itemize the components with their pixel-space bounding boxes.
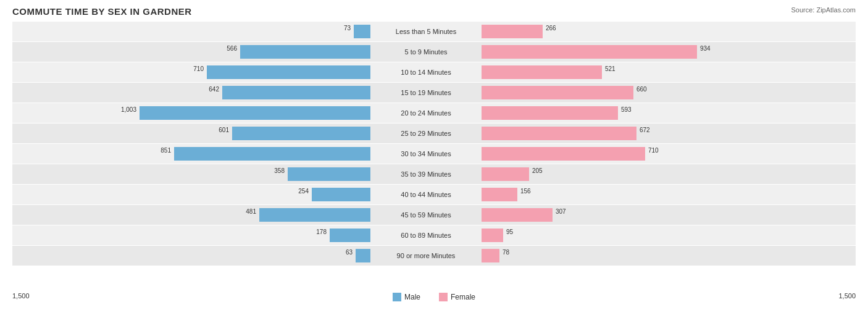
bar-male: 63 <box>356 249 370 262</box>
bar-female: 78 <box>482 249 499 262</box>
bar-row: 851 30 to 34 Minutes 710 <box>12 144 856 164</box>
bar-male: 254 <box>312 188 370 201</box>
bottom-area: 1,500 Male Female 1,500 <box>12 290 856 301</box>
male-value: 73 <box>344 25 351 31</box>
row-label: 25 to 29 Minutes <box>370 130 482 137</box>
left-section: 254 <box>12 185 370 204</box>
bar-female: 266 <box>482 25 543 38</box>
female-value: 266 <box>546 25 556 31</box>
bar-female: 660 <box>482 86 633 99</box>
legend-male: Male <box>393 293 420 301</box>
left-section: 1,003 <box>12 103 370 123</box>
bar-male: 851 <box>174 147 370 161</box>
bar-male: 73 <box>354 25 370 38</box>
bar-female: 593 <box>482 106 618 120</box>
bar-male: 178 <box>330 229 370 242</box>
bar-female: 672 <box>482 127 636 140</box>
left-section: 481 <box>12 205 370 225</box>
row-label: 30 to 34 Minutes <box>370 150 482 157</box>
bar-row: 601 25 to 29 Minutes 672 <box>12 124 856 143</box>
row-label: 60 to 89 Minutes <box>370 232 482 239</box>
male-value: 851 <box>161 147 171 154</box>
bar-female: 156 <box>482 188 517 201</box>
female-value: 521 <box>605 65 616 72</box>
right-section: 307 <box>482 205 840 225</box>
male-value: 642 <box>209 86 219 93</box>
bar-male: 1,003 <box>140 106 370 120</box>
male-value: 601 <box>219 127 229 133</box>
legend-female: Female <box>439 293 475 301</box>
left-section: 710 <box>12 62 370 82</box>
left-section: 358 <box>12 164 370 184</box>
right-section: 710 <box>482 144 840 164</box>
left-section: 178 <box>12 225 370 245</box>
male-value: 481 <box>246 208 256 215</box>
right-section: 205 <box>482 164 840 184</box>
right-section: 934 <box>482 42 840 62</box>
female-color-box <box>439 293 448 301</box>
row-label: 90 or more Minutes <box>370 252 482 259</box>
left-section: 73 <box>12 22 370 41</box>
male-color-box <box>393 293 401 301</box>
bar-row: 642 15 to 19 Minutes 660 <box>12 83 856 103</box>
right-section: 521 <box>482 62 840 82</box>
male-label: Male <box>404 293 420 301</box>
right-section: 593 <box>482 103 840 123</box>
bar-male: 710 <box>207 65 370 79</box>
right-section: 672 <box>482 124 840 143</box>
right-section: 266 <box>482 22 840 41</box>
left-section: 63 <box>12 246 370 266</box>
left-section: 601 <box>12 124 370 143</box>
axis-right: 1,500 <box>838 292 856 300</box>
bar-row: 481 45 to 59 Minutes 307 <box>12 205 856 225</box>
row-label: Less than 5 Minutes <box>370 28 482 35</box>
male-value: 1,003 <box>121 106 136 113</box>
bar-female: 710 <box>482 147 645 161</box>
male-value: 710 <box>193 65 204 72</box>
left-section: 642 <box>12 83 370 103</box>
female-value: 307 <box>556 208 566 215</box>
chart-title: COMMUTE TIME BY SEX IN GARDNER <box>12 6 856 17</box>
bar-female: 205 <box>482 167 529 181</box>
row-label: 15 to 19 Minutes <box>370 89 482 96</box>
female-value: 934 <box>700 45 711 52</box>
bar-male: 566 <box>240 45 370 59</box>
bar-row: 1,003 20 to 24 Minutes 593 <box>12 103 856 123</box>
chart-container: COMMUTE TIME BY SEX IN GARDNER Source: Z… <box>0 0 868 323</box>
male-value: 178 <box>316 229 327 235</box>
bar-row: 358 35 to 39 Minutes 205 <box>12 164 856 184</box>
row-label: 45 to 59 Minutes <box>370 211 482 219</box>
source-label: Source: ZipAtlas.com <box>791 6 856 14</box>
bar-male: 642 <box>222 86 370 99</box>
male-value: 63 <box>346 249 353 256</box>
bar-row: 254 40 to 44 Minutes 156 <box>12 185 856 204</box>
row-label: 5 to 9 Minutes <box>370 48 482 56</box>
right-section: 660 <box>482 83 840 103</box>
female-value: 660 <box>636 86 647 93</box>
axis-left: 1,500 <box>12 292 30 300</box>
left-section: 851 <box>12 144 370 164</box>
bar-male: 358 <box>288 167 370 181</box>
bar-male: 481 <box>259 208 370 222</box>
left-section: 566 <box>12 42 370 62</box>
male-value: 358 <box>274 167 285 174</box>
right-section: 156 <box>482 185 840 204</box>
row-label: 35 to 39 Minutes <box>370 170 482 178</box>
bar-male: 601 <box>232 127 370 140</box>
bar-row: 73 Less than 5 Minutes 266 <box>12 22 856 41</box>
bar-female: 307 <box>482 208 553 222</box>
bar-row: 566 5 to 9 Minutes 934 <box>12 42 856 62</box>
female-value: 710 <box>648 147 659 154</box>
female-label: Female <box>451 293 475 301</box>
bar-female: 95 <box>482 229 503 242</box>
bar-row: 178 60 to 89 Minutes 95 <box>12 225 856 245</box>
female-value: 593 <box>621 106 632 113</box>
row-label: 10 to 14 Minutes <box>370 69 482 76</box>
bars-area: 73 Less than 5 Minutes 266 566 5 to 9 Mi… <box>12 22 856 287</box>
row-label: 40 to 44 Minutes <box>370 191 482 198</box>
bar-row: 710 10 to 14 Minutes 521 <box>12 62 856 82</box>
right-section: 78 <box>482 246 840 266</box>
female-value: 672 <box>640 127 650 133</box>
male-value: 566 <box>227 45 237 52</box>
bar-female: 934 <box>482 45 697 59</box>
